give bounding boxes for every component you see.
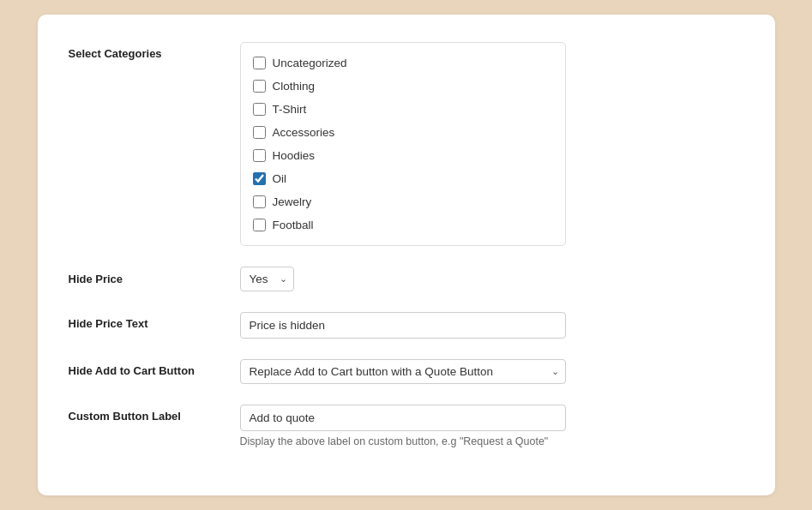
category-accessories-checkbox[interactable] [253, 126, 266, 139]
custom-button-label-control: Display the above label on custom button… [240, 405, 744, 447]
hide-price-row: Hide Price Yes No ⌄ [69, 267, 744, 291]
categories-control: Uncategorized Clothing T-Shirt Accessori… [240, 42, 744, 246]
category-football-checkbox[interactable] [253, 219, 266, 231]
category-hoodies-item: Hoodies [253, 144, 553, 167]
category-uncategorized-label[interactable]: Uncategorized [273, 57, 347, 69]
category-tshirt-checkbox[interactable] [253, 103, 266, 116]
hide-add-to-cart-control: Replace Add to Cart button with a Quote … [240, 359, 744, 384]
hide-price-label: Hide Price [69, 273, 240, 285]
category-hoodies-checkbox[interactable] [253, 149, 266, 162]
category-oil-item: Oil [253, 167, 553, 190]
category-tshirt-label[interactable]: T-Shirt [273, 103, 307, 116]
hide-price-text-input[interactable] [240, 312, 566, 339]
select-categories-row: Select Categories Uncategorized Clothing… [69, 42, 744, 246]
select-categories-label: Select Categories [69, 42, 240, 60]
category-uncategorized-item: Uncategorized [253, 51, 553, 75]
category-tshirt-item: T-Shirt [253, 98, 553, 121]
hide-price-text-row: Hide Price Text [69, 312, 744, 339]
category-hoodies-label[interactable]: Hoodies [273, 149, 316, 162]
category-football-label[interactable]: Football [273, 219, 314, 231]
custom-button-label-row: Custom Button Label Display the above la… [69, 405, 744, 447]
category-oil-checkbox[interactable] [253, 172, 266, 185]
hide-price-text-control [240, 312, 744, 339]
category-oil-label[interactable]: Oil [273, 172, 287, 185]
hide-price-select[interactable]: Yes No [240, 267, 294, 291]
hide-price-text-label: Hide Price Text [69, 312, 240, 330]
category-uncategorized-checkbox[interactable] [253, 57, 266, 69]
category-football-item: Football [253, 213, 553, 237]
categories-box: Uncategorized Clothing T-Shirt Accessori… [240, 42, 566, 246]
category-accessories-label[interactable]: Accessories [273, 126, 335, 139]
category-jewelry-item: Jewelry [253, 190, 553, 213]
hide-add-to-cart-select-wrapper: Replace Add to Cart button with a Quote … [240, 359, 566, 384]
category-clothing-checkbox[interactable] [253, 80, 266, 93]
hide-add-to-cart-select[interactable]: Replace Add to Cart button with a Quote … [240, 359, 566, 384]
hide-add-to-cart-label: Hide Add to Cart Button [69, 359, 240, 377]
hide-price-control: Yes No ⌄ [240, 267, 744, 291]
settings-card: Select Categories Uncategorized Clothing… [38, 15, 775, 495]
category-accessories-item: Accessories [253, 121, 553, 144]
custom-button-helper-text: Display the above label on custom button… [240, 435, 744, 447]
custom-button-label-input[interactable] [240, 405, 566, 431]
category-jewelry-label[interactable]: Jewelry [273, 195, 312, 208]
category-clothing-item: Clothing [253, 75, 553, 98]
category-jewelry-checkbox[interactable] [253, 195, 266, 208]
hide-add-to-cart-row: Hide Add to Cart Button Replace Add to C… [69, 359, 744, 384]
category-clothing-label[interactable]: Clothing [273, 80, 316, 93]
custom-button-label-text: Custom Button Label [69, 405, 240, 423]
hide-price-select-wrapper: Yes No ⌄ [240, 267, 294, 291]
